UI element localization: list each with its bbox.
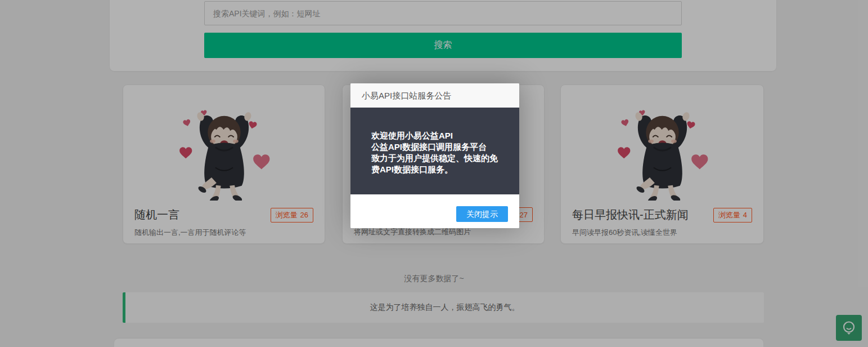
modal-body-line: 公益API数据接口调用服务平台 [371,141,500,153]
modal-body: 欢迎使用小易公益API 公益API数据接口调用服务平台 致力于为用户提供稳定、快… [350,108,519,194]
modal-close-button[interactable]: 关闭提示 [456,206,508,222]
announcement-modal: 小易API接口站服务公告 欢迎使用小易公益API 公益API数据接口调用服务平台… [350,83,519,228]
page: 搜索 随机一言 浏览量 26 随机输出一言,一言用于随机评论等 浏览量 27 将… [0,0,868,347]
modal-body-line: 欢迎使用小易公益API [371,130,500,141]
modal-title-bar[interactable]: 小易API接口站服务公告 [350,83,519,108]
modal-footer: 关闭提示 [350,194,519,228]
modal-body-line: 致力于为用户提供稳定、快速的免费API数据接口服务。 [371,153,500,175]
